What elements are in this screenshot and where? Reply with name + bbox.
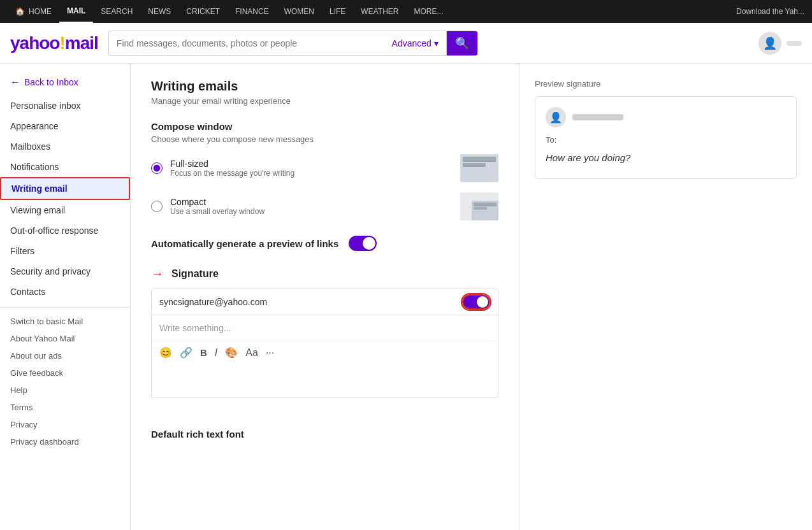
more-options-icon[interactable]: ··· <box>266 347 274 359</box>
settings-title: Writing emails <box>151 79 498 94</box>
red-arrow-icon: → <box>151 266 164 281</box>
sidebar-feedback[interactable]: Give feedback <box>0 364 130 382</box>
sidebar-item-writing-email[interactable]: Writing email <box>0 177 130 200</box>
back-to-inbox-button[interactable]: ← Back to Inbox <box>0 71 130 96</box>
radio-option-full-sized: Full-sized Focus on the message you're w… <box>151 154 498 182</box>
search-icon: 🔍 <box>455 36 469 50</box>
avatar[interactable]: 👤 <box>758 32 781 55</box>
nav-home-label: HOME <box>29 7 52 16</box>
sidebar-item-mailboxes[interactable]: Mailboxes <box>0 136 130 157</box>
signature-editor[interactable]: Write something... 😊 🔗 B I 🎨 Aa ··· <box>151 315 498 398</box>
signature-toggle[interactable] <box>462 294 490 310</box>
sidebar-item-filters[interactable]: Filters <box>0 241 130 261</box>
nav-weather[interactable]: WEATHER <box>353 0 406 23</box>
signature-email: syncsignature@yahoo.com <box>159 297 267 307</box>
nav-weather-label: WEATHER <box>361 7 398 16</box>
compact-preview <box>460 192 498 220</box>
bold-icon[interactable]: B <box>200 347 207 358</box>
preview-message: How are you doing? <box>546 152 786 163</box>
link-preview-toggle[interactable] <box>349 236 377 251</box>
full-sized-desc: Focus on the message you're writing <box>170 169 453 178</box>
nav-download: Download the Yah... <box>736 7 804 16</box>
nav-mail[interactable]: MAIL <box>59 0 93 23</box>
sidebar-about-yahoo[interactable]: About Yahoo Mail <box>0 330 130 347</box>
sidebar-terms[interactable]: Terms <box>0 399 130 416</box>
sidebar-about-ads[interactable]: About our ads <box>0 347 130 364</box>
back-to-inbox-label: Back to Inbox <box>24 77 78 87</box>
sidebar-item-notifications[interactable]: Notifications <box>0 157 130 177</box>
advanced-search-button[interactable]: Advanced ▾ <box>384 31 447 55</box>
italic-icon[interactable]: I <box>215 347 217 359</box>
home-icon: 🏠 <box>15 7 25 16</box>
nav-cricket-label: CRICKET <box>186 7 220 16</box>
preview-avatar: 👤 <box>546 107 566 127</box>
preview-header: 👤 <box>546 107 786 127</box>
default-font-section: Default rich text font <box>151 413 498 440</box>
person-icon: 👤 <box>763 36 777 50</box>
chevron-down-icon: ▾ <box>434 38 439 48</box>
radio-option-compact: Compact Use a small overlay window <box>151 192 498 220</box>
radio-compact[interactable] <box>151 201 163 212</box>
nav-home[interactable]: 🏠 HOME <box>8 0 59 23</box>
nav-more[interactable]: MORE... <box>406 0 451 23</box>
signature-email-row: syncsignature@yahoo.com <box>151 289 498 315</box>
nav-mail-label: MAIL <box>67 6 85 15</box>
user-name-badge[interactable] <box>787 41 802 46</box>
advanced-label: Advanced <box>392 38 431 48</box>
full-sized-preview <box>460 154 498 182</box>
radio-full-sized[interactable] <box>151 162 163 174</box>
font-size-icon[interactable]: Aa <box>245 347 258 359</box>
nav-finance[interactable]: FINANCE <box>228 0 277 23</box>
nav-more-label: MORE... <box>414 7 443 16</box>
full-sized-label: Full-sized <box>170 159 453 169</box>
nav-search-label: SEARCH <box>101 7 133 16</box>
content-area: Writing emails Manage your email writing… <box>131 64 812 530</box>
sidebar: ← Back to Inbox Personalise inbox Appear… <box>0 64 131 530</box>
signature-title: Signature <box>171 268 219 280</box>
sidebar-switch-basic[interactable]: Switch to basic Mail <box>0 313 130 330</box>
signature-toggle-knob <box>477 296 488 308</box>
nav-women-label: WOMEN <box>284 7 314 16</box>
emoji-icon[interactable]: 😊 <box>159 347 172 359</box>
nav-life[interactable]: LIFE <box>322 0 353 23</box>
compose-window-title: Compose window <box>151 121 498 132</box>
settings-main: Writing emails Manage your email writing… <box>131 64 519 530</box>
settings-subtitle: Manage your email writing experience <box>151 96 498 106</box>
compose-window-subtitle: Choose where you compose new messages <box>151 134 498 144</box>
sidebar-privacy[interactable]: Privacy <box>0 416 130 433</box>
search-submit-button[interactable]: 🔍 <box>447 31 477 56</box>
color-icon[interactable]: 🎨 <box>225 347 238 359</box>
sidebar-item-personalise[interactable]: Personalise inbox <box>0 96 130 116</box>
sidebar-help[interactable]: Help <box>0 382 130 399</box>
link-preview-row: Automatically generate a preview of link… <box>151 236 498 251</box>
back-arrow-icon: ← <box>10 76 20 88</box>
sidebar-item-viewing-email[interactable]: Viewing email <box>0 200 130 220</box>
sidebar-divider <box>0 307 130 308</box>
nav-search[interactable]: SEARCH <box>93 0 140 23</box>
search-input[interactable] <box>109 38 384 48</box>
toggle-knob <box>363 237 375 250</box>
nav-news[interactable]: NEWS <box>140 0 178 23</box>
preview-panel: Preview signature 👤 To: How are you doin… <box>519 64 812 530</box>
preview-card: 👤 To: How are you doing? <box>535 96 797 179</box>
signature-header: → Signature <box>151 266 498 281</box>
nav-news-label: NEWS <box>148 7 171 16</box>
sidebar-item-out-of-office[interactable]: Out-of-office response <box>0 220 130 241</box>
preview-to: To: <box>546 135 786 145</box>
link-icon[interactable]: 🔗 <box>180 347 192 359</box>
compact-desc: Use a small overlay window <box>170 207 453 216</box>
signature-placeholder: Write something... <box>152 315 498 341</box>
yahoo-mail-logo[interactable]: yahoo!mail <box>10 33 98 54</box>
header-right: 👤 <box>758 32 802 55</box>
preview-name-bar <box>572 114 623 120</box>
sidebar-item-security-privacy[interactable]: Security and privacy <box>0 261 130 282</box>
nav-women[interactable]: WOMEN <box>277 0 322 23</box>
person-icon: 👤 <box>549 111 562 124</box>
sidebar-privacy-dashboard[interactable]: Privacy dashboard <box>0 433 130 450</box>
sidebar-item-contacts[interactable]: Contacts <box>0 282 130 302</box>
nav-cricket[interactable]: CRICKET <box>178 0 228 23</box>
header: yahoo!mail Advanced ▾ 🔍 👤 <box>0 23 812 64</box>
compose-options: Full-sized Focus on the message you're w… <box>151 154 498 220</box>
sidebar-item-appearance[interactable]: Appearance <box>0 116 130 136</box>
top-nav: 🏠 HOME MAIL SEARCH NEWS CRICKET FINANCE … <box>0 0 812 23</box>
